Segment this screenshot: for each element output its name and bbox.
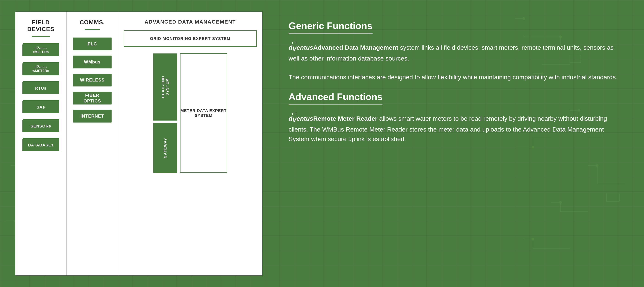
simple-front: DATABASEs bbox=[22, 139, 59, 151]
comms-header: COMMS. bbox=[80, 19, 105, 26]
gateway-label: GATEWAY bbox=[163, 138, 167, 158]
diagram-section: FIELD DEVICES dVentus eMETERs bbox=[15, 11, 263, 276]
comms-column: COMMS. PLC WMbus WIRELESS FIBEROPTICS IN… bbox=[67, 12, 118, 275]
field-devices-column: FIELD DEVICES dVentus eMETERs bbox=[15, 12, 67, 275]
card-front: dVentus wMETERs bbox=[22, 63, 59, 75]
comms-wireless: WIRELESS bbox=[73, 74, 112, 87]
generic-para2-block: The communications interfaces are design… bbox=[288, 72, 618, 82]
main-container: FIELD DEVICES dVentus eMETERs bbox=[0, 0, 644, 287]
meter-data-label: METER DATA EXPERTSYSTEM bbox=[180, 108, 226, 118]
simple-front: RTUs bbox=[22, 82, 59, 94]
advanced-para1-bold: Remote Meter Reader bbox=[313, 115, 378, 122]
generic-para1: d Ventus Advanced Data Management system… bbox=[288, 42, 618, 63]
comms-fiber: FIBEROPTICS bbox=[73, 92, 112, 105]
comms-underline bbox=[85, 29, 100, 30]
database-device: DATABASEs bbox=[22, 139, 59, 151]
comms-fiber-label: FIBEROPTICS bbox=[84, 92, 101, 104]
simple-front: SENSORs bbox=[22, 120, 59, 132]
wmeter-device: dVentus wMETERs bbox=[22, 63, 59, 75]
sensor-device: SENSORs bbox=[22, 120, 59, 132]
dventus-logo-1: d Ventus bbox=[288, 42, 313, 54]
sa-device: SAs bbox=[22, 101, 59, 113]
generic-functions-title: Generic Functions bbox=[288, 20, 372, 34]
wmeter-brand: dVentus bbox=[35, 66, 47, 69]
comms-internet: INTERNET bbox=[73, 110, 112, 123]
comms-plc-label: PLC bbox=[88, 41, 97, 47]
rtu-label: RTUs bbox=[35, 86, 46, 91]
comms-wireless-label: WIRELESS bbox=[80, 78, 104, 83]
comms-wmbus-label: WMbus bbox=[84, 59, 100, 65]
comms-wmbus: WMbus bbox=[73, 56, 112, 69]
adm-left-col: HEAD-ENDSYSTEM GATEWAY bbox=[153, 53, 177, 173]
sa-label: SAs bbox=[36, 105, 45, 110]
comms-internet-label: INTERNET bbox=[80, 114, 104, 119]
advanced-functions-block: Advanced Functions d Ventus Remote Meter… bbox=[288, 91, 618, 144]
generic-functions-block: Generic Functions d Ventus Advanced Data… bbox=[288, 20, 618, 63]
text-section: Generic Functions d Ventus Advanced Data… bbox=[274, 11, 629, 276]
emeter-brand: dVentus bbox=[35, 47, 47, 50]
generic-para1-bold: Advanced Data Management bbox=[313, 44, 398, 51]
wmeter-name: wMETERs bbox=[32, 69, 49, 73]
generic-para2: The communications interfaces are design… bbox=[288, 72, 618, 82]
card-front: dVentus eMETERs bbox=[22, 44, 59, 56]
gateway-box: GATEWAY bbox=[153, 123, 177, 173]
advanced-para1: d Ventus Remote Meter Reader allows smar… bbox=[288, 113, 618, 144]
advanced-functions-title: Advanced Functions bbox=[288, 91, 382, 105]
comms-plc: PLC bbox=[73, 38, 112, 50]
field-devices-underline bbox=[32, 36, 50, 37]
field-devices-header: FIELD DEVICES bbox=[20, 19, 62, 33]
rtu-device: RTUs bbox=[22, 82, 59, 94]
head-end-label: HEAD-ENDSYSTEM bbox=[161, 76, 170, 98]
meter-data-box: METER DATA EXPERTSYSTEM bbox=[180, 53, 227, 173]
grid-monitoring-label: GRID MONITORING EXPERT SYSTEM bbox=[150, 36, 230, 41]
adm-header: ADVANCED DATA MANAGEMENT bbox=[145, 19, 236, 25]
grid-monitoring-box: GRID MONITORING EXPERT SYSTEM bbox=[124, 30, 257, 47]
dventus-logo-2: d Ventus bbox=[288, 113, 313, 125]
emeter-name: eMETERs bbox=[33, 50, 49, 54]
head-end-box: HEAD-ENDSYSTEM bbox=[153, 53, 177, 121]
sensor-label: SENSORs bbox=[30, 124, 51, 129]
database-label: DATABASEs bbox=[28, 143, 54, 148]
adm-bottom-area: HEAD-ENDSYSTEM GATEWAY METER DATA EXPERT… bbox=[153, 53, 227, 173]
emeter-device: dVentus eMETERs bbox=[22, 44, 59, 56]
adm-column: ADVANCED DATA MANAGEMENT GRID MONITORING… bbox=[118, 12, 262, 275]
simple-front: SAs bbox=[22, 101, 59, 113]
